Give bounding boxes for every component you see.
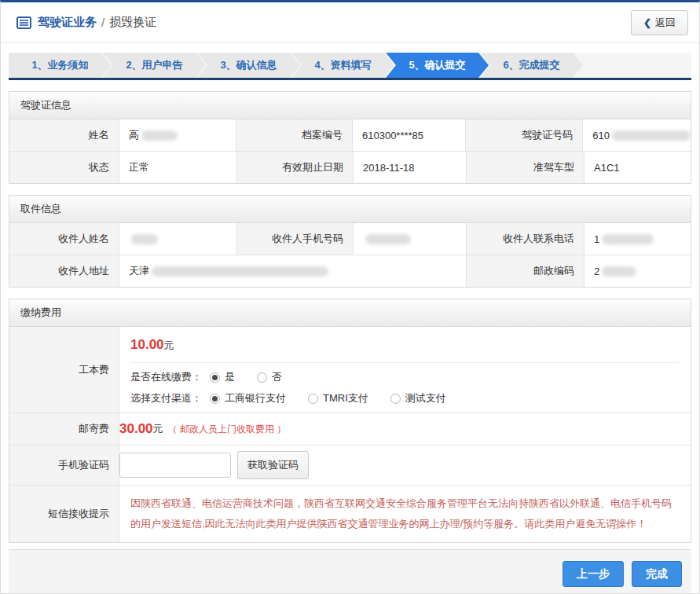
redacted-recipient-name (131, 234, 158, 244)
pickup-info-section: 取件信息 收件人姓名 收件人手机号码 收件人联系电话 1 收件人地址 天津 邮政… (9, 195, 691, 288)
breadcrumb-divider: / (101, 16, 104, 29)
online-pay-yes-label: 是 (225, 370, 235, 384)
vehicle-type-value: A1C1 (585, 152, 691, 183)
table-row: 状态 正常 有效期止日期 2018-11-18 准驾车型 A1C1 (9, 152, 691, 183)
online-pay-label: 是否在线缴费： (130, 370, 202, 384)
redacted-name (141, 130, 178, 141)
production-fee-content: 10.00元 是否在线缴费： 是 否 选择支付渠道： 工商银行支付 (119, 327, 691, 412)
file-no-label: 档案编号 (236, 119, 353, 151)
license-info-section: 驾驶证信息 姓名 高 档案编号 610300****85 驾驶证号码 610 状… (9, 91, 691, 184)
redacted-zip (602, 266, 636, 277)
captcha-content: 获取验证码 (119, 446, 691, 485)
mail-fee-unit: 元 (153, 422, 163, 436)
zip-value: 2 (585, 255, 691, 287)
channel-tmri-label: TMRI支付 (323, 391, 368, 405)
address-value: 天津 (119, 255, 467, 287)
step-5-confirm-submit-active[interactable]: 5、确认提交 (386, 53, 489, 78)
recipient-name-value (119, 223, 237, 255)
mail-fee-row: 邮寄费 30.00元 （ 邮政人员上门收取费用 ） (9, 413, 691, 446)
previous-step-button[interactable]: 上一步 (563, 561, 624, 587)
pay-channel-label: 选择支付渠道： (130, 391, 202, 405)
redacted-address (152, 266, 328, 277)
vehicle-type-label: 准驾车型 (467, 152, 585, 183)
production-fee-row: 工本费 10.00元 是否在线缴费： 是 否 选择支付渠道： (9, 327, 691, 413)
table-row: 收件人姓名 收件人手机号码 收件人联系电话 1 (9, 223, 691, 255)
back-button[interactable]: ❮ 返回 (631, 10, 688, 35)
status-value: 正常 (119, 152, 237, 183)
captcha-input[interactable] (119, 453, 231, 478)
footer-action-bar: 上一步 完成 (9, 549, 691, 594)
redacted-recipient-phone (602, 234, 654, 244)
fees-section-title: 缴纳费用 (9, 299, 691, 327)
step-2-user-declaration[interactable]: 2、用户申告 (103, 53, 206, 78)
license-form-icon (16, 16, 31, 29)
production-fee-amount: 10.00 (130, 337, 164, 352)
step-progress-bar: 1、业务须知 2、用户申告 3、确认信息 4、资料填写 5、确认提交 6、完成提… (9, 53, 691, 80)
recipient-mobile-label: 收件人手机号码 (237, 223, 354, 255)
channel-tmri-option[interactable]: TMRI支付 (308, 391, 368, 405)
radio-selected-icon[interactable] (210, 394, 220, 404)
mail-fee-label: 邮寄费 (9, 413, 119, 445)
table-row: 收件人地址 天津 邮政编码 2 (9, 255, 691, 287)
top-bar: 驾驶证业务 / 损毁换证 ❮ 返回 (1, 2, 699, 43)
pay-channel-radio-group: 选择支付渠道： 工商银行支付 TMRI支付 测试支付 (130, 391, 680, 405)
online-pay-no-option[interactable]: 否 (257, 370, 282, 384)
license-section-title: 驾驶证信息 (9, 92, 691, 119)
channel-test-label: 测试支付 (405, 391, 446, 405)
expiry-value: 2018-11-18 (354, 152, 467, 183)
sms-notice-text: 因陕西省联通、电信运营商技术问题，陕西省互联网交通安全综合服务管理平台无法向持陕… (130, 486, 680, 542)
status-label: 状态 (9, 152, 119, 183)
step-6-complete-submit[interactable]: 6、完成提交 (480, 53, 583, 78)
name-label: 姓名 (9, 119, 119, 151)
step-1-business-notice[interactable]: 1、业务须知 (9, 53, 112, 78)
mail-fee-amount: 30.00 (119, 421, 153, 437)
radio-unselected-icon[interactable] (390, 394, 401, 404)
recipient-phone-label: 收件人联系电话 (467, 223, 585, 255)
recipient-name-label: 收件人姓名 (9, 223, 119, 255)
channel-icbc-label: 工商银行支付 (225, 391, 286, 405)
redacted-recipient-mobile (365, 234, 411, 244)
license-no-value: 610 (583, 119, 691, 151)
captcha-row: 手机验证码 获取验证码 (9, 446, 691, 486)
name-value: 高 (119, 119, 237, 151)
radio-unselected-icon[interactable] (257, 372, 267, 383)
step-3-confirm-info[interactable]: 3、确认信息 (197, 53, 300, 78)
back-button-label: 返回 (655, 16, 676, 30)
table-row: 姓名 高 档案编号 610300****85 驾驶证号码 610 (9, 119, 691, 152)
radio-selected-icon[interactable] (210, 372, 220, 383)
address-label: 收件人地址 (9, 255, 119, 287)
get-captcha-button[interactable]: 获取验证码 (237, 451, 309, 479)
mail-fee-note: （ 邮政人员上门收取费用 ） (168, 423, 287, 436)
pickup-section-title: 取件信息 (9, 196, 691, 223)
captcha-label: 手机验证码 (9, 446, 119, 485)
production-fee-unit: 元 (164, 339, 174, 351)
file-no-value: 610300****85 (353, 119, 466, 151)
sms-notice-row: 短信接收提示 因陕西省联通、电信运营商技术问题，陕西省互联网交通安全综合服务管理… (9, 486, 691, 542)
license-no-label: 驾驶证号码 (466, 119, 584, 151)
online-pay-no-label: 否 (272, 370, 282, 384)
expiry-label: 有效期止日期 (237, 152, 354, 183)
redacted-license-no (612, 130, 691, 141)
fees-section: 缴纳费用 工本费 10.00元 是否在线缴费： 是 否 选择支付渠道： (9, 299, 691, 543)
page-title: 损毁换证 (109, 15, 156, 30)
production-fee-amount-line: 10.00元 (130, 327, 680, 363)
breadcrumb: 驾驶证业务 / 损毁换证 (16, 15, 156, 30)
radio-unselected-icon[interactable] (308, 394, 318, 404)
zip-label: 邮政编码 (467, 255, 585, 287)
app-title: 驾驶证业务 (38, 15, 97, 30)
channel-test-option[interactable]: 测试支付 (390, 391, 446, 405)
channel-icbc-option[interactable]: 工商银行支付 (210, 391, 286, 405)
recipient-mobile-value (354, 223, 467, 255)
online-pay-radio-group: 是否在线缴费： 是 否 (130, 370, 680, 384)
sms-notice-label: 短信接收提示 (9, 486, 119, 542)
finish-button[interactable]: 完成 (632, 561, 682, 587)
step-4-fill-data[interactable]: 4、资料填写 (291, 53, 394, 78)
mail-fee-content: 30.00元 （ 邮政人员上门收取费用 ） (119, 413, 691, 445)
online-pay-yes-option[interactable]: 是 (210, 370, 235, 384)
sms-notice-content: 因陕西省联通、电信运营商技术问题，陕西省互联网交通安全综合服务管理平台无法向持陕… (119, 486, 691, 542)
back-chevron-icon: ❮ (643, 17, 651, 28)
production-fee-label: 工本费 (9, 327, 119, 412)
recipient-phone-value: 1 (585, 223, 691, 255)
